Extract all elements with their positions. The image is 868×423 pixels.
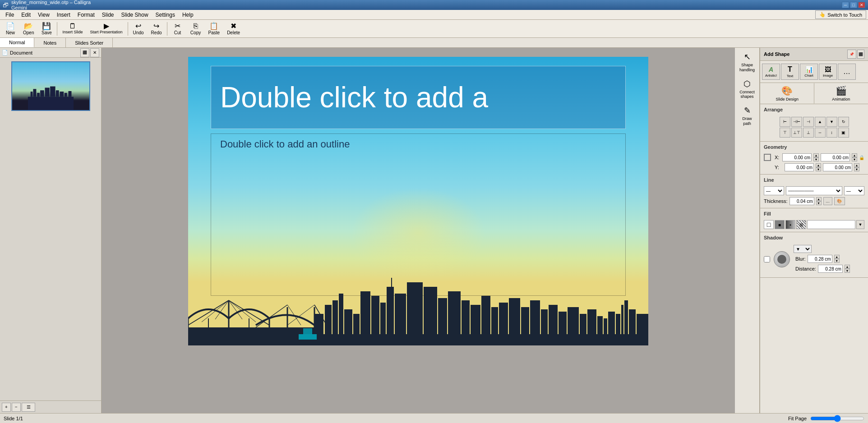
tab-notes[interactable]: Notes [34,38,66,47]
close-button[interactable]: ✕ [858,2,865,8]
line-color-button[interactable]: 🎨 [834,197,845,205]
fill-solid-button[interactable]: ■ [775,220,785,229]
new-icon: 📄 [6,23,15,30]
menu-settings[interactable]: Settings [152,10,179,19]
flip-v-button[interactable]: ↕ [826,128,837,138]
menu-insert[interactable]: Insert [53,10,74,19]
menu-help[interactable]: Help [179,10,197,19]
switch-to-touch-button[interactable]: 👆 Switch to Touch [815,10,866,19]
open-button[interactable]: 📂 Open [20,21,37,37]
slide-design-icon: 🎨 [781,85,793,96]
text-shape-button[interactable]: T Text [781,64,799,80]
slide-design-button[interactable]: 🎨 Slide Design [760,83,814,104]
redo-button[interactable]: ↪ Redo [148,21,165,37]
zoom-slider[interactable] [810,415,864,422]
copy-button[interactable]: ⎘ Copy [187,21,204,37]
blur-down[interactable]: ▼ [834,259,840,263]
shadow-style-select[interactable]: ▼ [794,245,812,253]
tab-normal[interactable]: Normal [0,38,34,47]
animation-button[interactable]: 🎬 Animation [814,83,868,104]
align-bottom-button[interactable]: ⊥ [803,128,814,138]
menu-slideshow[interactable]: Slide Show [118,10,152,19]
geometry-y2-input[interactable] [823,163,852,171]
geometry-x-input[interactable] [782,153,812,161]
shape-handling-tool[interactable]: ↖ Shapehandling [737,50,757,75]
flip-h-button[interactable]: ↔ [815,128,826,138]
blur-up[interactable]: ▲ [834,255,840,259]
slide-title-box[interactable]: Double click to add a [211,66,626,129]
paste-button[interactable]: 📋 Paste [205,21,223,37]
menu-file[interactable]: File [2,10,18,19]
geometry-y2-up[interactable]: ▲ [854,163,859,167]
insert-slide-button[interactable]: 🗒 Insert Slide [59,21,86,37]
geometry-x-up[interactable]: ▲ [813,153,819,157]
city-skyline-svg [188,255,648,345]
align-center-v-button[interactable]: ⊥⊤ [791,128,802,138]
geometry-x2-down[interactable]: ▼ [852,157,857,161]
right-panel-pin-button[interactable]: 📌 [847,50,856,59]
right-panel-close-button[interactable]: ⬛ [857,50,864,59]
shadow-blur-input[interactable] [808,255,832,263]
line-more-button[interactable]: … [823,197,832,205]
group-button[interactable]: ▣ [838,128,849,138]
start-presentation-button[interactable]: ▶ Start Presentation [87,21,126,37]
line-end-select[interactable]: — [844,186,864,195]
maximize-button[interactable]: □ [850,2,857,8]
doc-close-button[interactable]: ✕ [90,48,99,57]
align-center-h-button[interactable]: ⊣⊢ [791,117,802,127]
line-thickness-input[interactable] [790,197,814,205]
thickness-up[interactable]: ▲ [816,197,822,201]
geometry-x2-input[interactable] [821,153,850,161]
save-button[interactable]: 💾 Save [38,21,55,37]
doc-float-button[interactable]: ⬛ [80,48,89,57]
send-back-button[interactable]: ▼ [826,117,837,127]
line-style-select[interactable]: ──────── [786,186,842,195]
align-right-button[interactable]: ⊣ [803,117,814,127]
delete-button[interactable]: ✖ Delete [224,21,243,37]
line-start-select[interactable]: — [764,186,784,195]
geometry-y-down[interactable]: ▼ [816,167,821,171]
fill-gradient-button[interactable]: ▪ [785,220,795,229]
geometry-x-down[interactable]: ▼ [813,157,819,161]
more-shapes-button[interactable]: … [838,64,856,80]
thickness-down[interactable]: ▼ [816,201,822,205]
image-button[interactable]: 🖼 Image [819,64,837,80]
artistic-button[interactable]: A Artistic! [762,64,780,80]
menu-format[interactable]: Format [74,10,98,19]
slide-canvas[interactable]: Double click to add a Double click to ad… [188,57,648,345]
undo-button[interactable]: ↩ Undo [130,21,147,37]
menu-view[interactable]: View [34,10,53,19]
arrange-row-1: ⊢ ⊣⊢ ⊣ ▲ ▼ ↻ [764,117,864,127]
menu-edit[interactable]: Edit [18,10,34,19]
new-button[interactable]: 📄 New [2,21,19,37]
fill-color-display[interactable] [807,220,855,229]
bring-front-button[interactable]: ▲ [815,117,826,127]
slide-thumbnail-1[interactable] [11,61,90,111]
distance-down[interactable]: ▼ [845,269,850,273]
chart-button[interactable]: 📊 Chart [800,64,818,80]
fill-pattern-button[interactable]: ⊞ [796,220,806,229]
menu-slide[interactable]: Slide [98,10,118,19]
slide-menu-button[interactable]: ☰ [22,403,35,412]
shadow-content: ▼ Blur: ▲ ▼ Distance: [762,243,866,276]
slide-add-button[interactable]: + [2,403,11,412]
fill-buttons-row: □ ■ ▪ ⊞ ▼ [762,219,866,230]
geometry-x2-up[interactable]: ▲ [852,153,857,157]
tab-slides-sorter[interactable]: Slides Sorter [66,38,113,47]
shadow-enabled-checkbox[interactable] [764,256,770,262]
align-top-button[interactable]: ⊤ [780,128,790,138]
draw-path-tool[interactable]: ✎ Draw path [737,103,757,129]
shadow-distance-input[interactable] [818,265,843,273]
connect-shapes-tool[interactable]: ⬡ Connectshapes [737,77,757,102]
align-left-button[interactable]: ⊢ [780,117,790,127]
fill-dropdown-button[interactable]: ▼ [856,220,864,229]
distance-up[interactable]: ▲ [845,265,850,269]
cut-button[interactable]: ✂ Cut [169,21,186,37]
minimize-button[interactable]: ─ [842,2,849,8]
fill-none-button[interactable]: □ [764,220,774,229]
geometry-y2-down[interactable]: ▼ [854,167,859,171]
geometry-y-up[interactable]: ▲ [816,163,821,167]
geometry-y-input[interactable] [785,163,814,171]
rotate-button[interactable]: ↻ [838,117,849,127]
slide-remove-button[interactable]: − [12,403,21,412]
